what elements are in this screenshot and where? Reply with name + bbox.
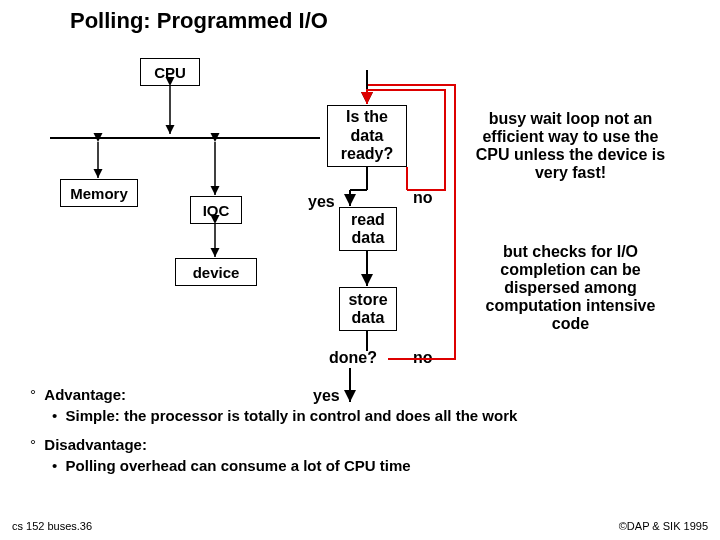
isready-l3: ready?: [341, 145, 393, 163]
read-l2: data: [352, 229, 385, 247]
advantage-item: • Simple: the processor is totally in co…: [52, 407, 690, 424]
disadvantage-head: ° Disadvantage:: [30, 436, 690, 453]
slide-title: Polling: Programmed I/O: [70, 8, 328, 34]
store-l2: data: [352, 309, 385, 327]
footer-left: cs 152 buses.36: [12, 520, 92, 532]
advantage-head: ° Advantage:: [30, 386, 690, 403]
read-data-box: read data: [339, 207, 397, 251]
footer-right: ©DAP & SIK 1995: [619, 520, 708, 532]
done-label: done?: [329, 349, 377, 367]
isready-l1: Is the: [346, 108, 388, 126]
memory-box: Memory: [60, 179, 138, 207]
yes1-label: yes: [308, 193, 335, 211]
read-l1: read: [351, 211, 385, 229]
no2-label: no: [413, 349, 433, 367]
is-data-ready-box: Is the data ready?: [327, 105, 407, 167]
device-box: device: [175, 258, 257, 286]
isready-l2: data: [351, 127, 384, 145]
no1-label: no: [413, 189, 433, 207]
disadvantage-item: • Polling overhead can consume a lot of …: [52, 457, 690, 474]
bullet-list: ° Advantage: • Simple: the processor is …: [30, 386, 690, 486]
note-dispersed: but checks for I/O completion can be dis…: [468, 243, 673, 333]
cpu-box: CPU: [140, 58, 200, 86]
note-busy-wait: busy wait loop not an efficient way to u…: [468, 110, 673, 182]
store-l1: store: [348, 291, 387, 309]
store-data-box: store data: [339, 287, 397, 331]
ioc-box: IOC: [190, 196, 242, 224]
